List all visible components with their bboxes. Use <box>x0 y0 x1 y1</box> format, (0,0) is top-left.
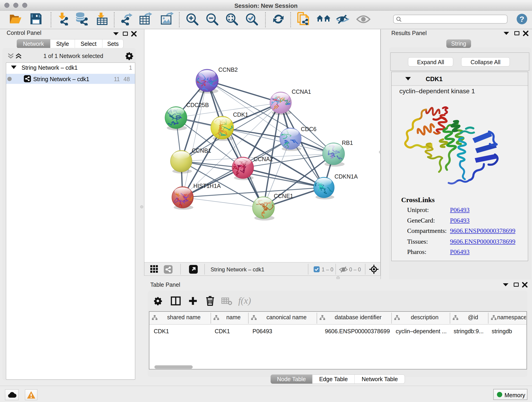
svg-text:CDC25B: CDC25B <box>186 102 209 108</box>
svg-text:CDKN1A: CDKN1A <box>335 173 358 180</box>
svg-text:HIST1H1A: HIST1H1A <box>193 183 221 189</box>
svg-text:CDK1: CDK1 <box>233 111 248 118</box>
svg-text:CCNB1: CCNB1 <box>192 147 211 154</box>
svg-text:CCNA2: CCNA2 <box>254 156 273 162</box>
svg-text:CCNE1: CCNE1 <box>274 193 293 199</box>
svg-text:CCNA1: CCNA1 <box>292 89 311 95</box>
svg-text:CCNB2: CCNB2 <box>218 66 238 73</box>
svg-text:CDC6: CDC6 <box>301 126 317 132</box>
svg-text:RB1: RB1 <box>342 140 353 146</box>
